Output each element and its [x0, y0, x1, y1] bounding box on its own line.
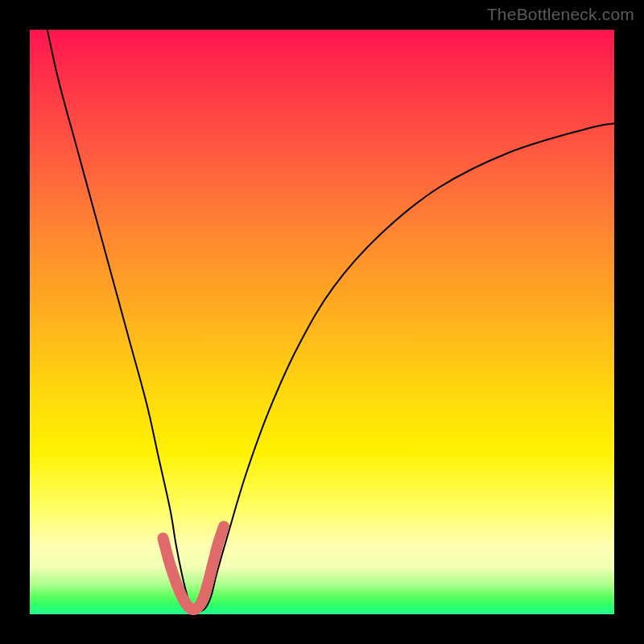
chart-frame: TheBottleneck.com	[0, 0, 644, 644]
curve-layer	[30, 30, 614, 614]
bottleneck-curve	[47, 30, 614, 611]
plot-area	[30, 30, 614, 614]
highlight-segment	[163, 526, 225, 609]
watermark-text: TheBottleneck.com	[487, 5, 634, 24]
